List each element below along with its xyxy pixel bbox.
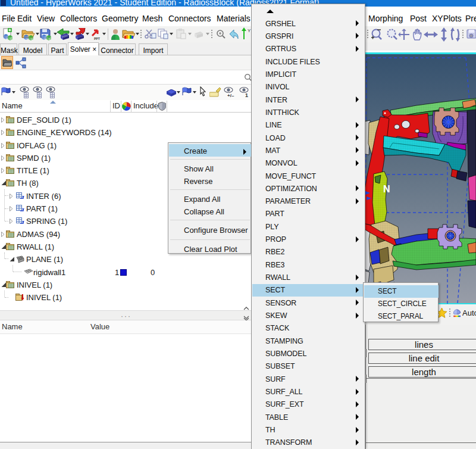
svg-text:+/–: +/– [227, 93, 234, 98]
svg-text:PPT: PPT [94, 37, 100, 40]
svg-text:1: 1 [245, 92, 248, 98]
svg-text:N: N [383, 184, 390, 194]
